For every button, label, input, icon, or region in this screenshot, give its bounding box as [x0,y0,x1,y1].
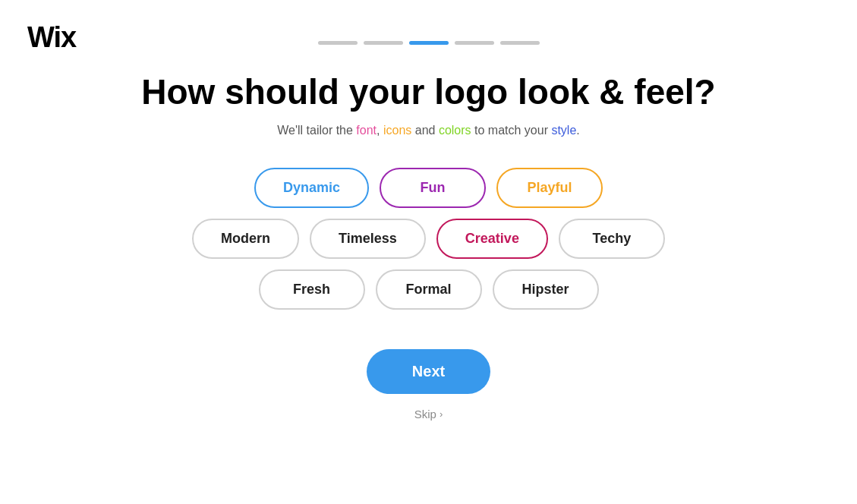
progress-step-3 [409,41,449,45]
page-title: How should your logo look & feel? [141,73,715,112]
style-option-fun[interactable]: Fun [380,168,486,208]
progress-step-5 [500,41,540,45]
style-options-row-3: Fresh Formal Hipster [259,269,599,310]
style-option-hipster[interactable]: Hipster [493,269,599,310]
progress-step-4 [455,41,494,45]
style-option-timeless[interactable]: Timeless [310,219,426,259]
progress-step-2 [364,41,403,45]
actions-area: Next Skip › [367,349,490,421]
style-option-techy[interactable]: Techy [559,219,665,259]
progress-step-1 [318,41,358,45]
style-option-modern[interactable]: Modern [192,219,299,259]
style-options: Dynamic Fun Playful Modern Timeless Crea… [192,168,665,310]
skip-link[interactable]: Skip › [414,408,443,421]
style-option-formal[interactable]: Formal [376,269,482,310]
svg-text:Wix: Wix [27,21,77,50]
style-option-creative[interactable]: Creative [436,219,548,259]
page-subtitle: We'll tailor the font, icons and colors … [277,124,580,137]
style-options-row-1: Dynamic Fun Playful [254,168,603,208]
style-option-dynamic[interactable]: Dynamic [254,168,369,208]
style-options-row-2: Modern Timeless Creative Techy [192,219,665,259]
skip-chevron: › [440,408,443,420]
progress-bar [0,41,857,45]
style-option-playful[interactable]: Playful [496,168,603,208]
wix-logo: Wix [27,21,80,56]
style-option-fresh[interactable]: Fresh [259,269,365,310]
next-button[interactable]: Next [367,349,490,394]
skip-label: Skip [414,408,436,421]
main-content: How should your logo look & feel? We'll … [0,0,857,421]
